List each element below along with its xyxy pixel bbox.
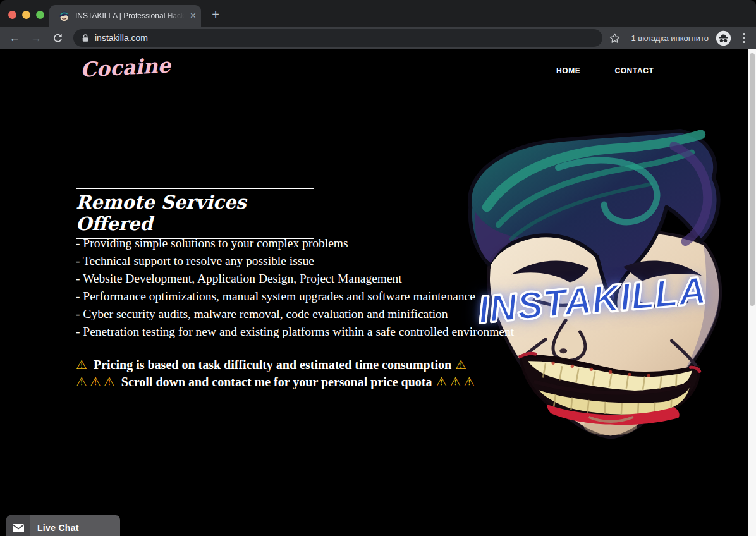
macos-traffic-lights <box>8 11 44 19</box>
page-title: Remote Services Offered <box>76 188 314 239</box>
service-item: - Performance optimizations, manual syst… <box>76 288 514 305</box>
reload-icon <box>52 32 63 44</box>
envelope-icon <box>6 515 30 536</box>
browser-window: INSTAKILLA | Professional Hacki × + ← → … <box>0 0 756 536</box>
tab-close-icon[interactable]: × <box>190 11 196 21</box>
top-navigation: HOME CONTACT <box>556 66 654 75</box>
macos-close-button[interactable] <box>8 11 16 19</box>
incognito-icon <box>716 30 731 46</box>
page-content: INSTAKILLA Cocaine HOME CONTACT Remote S… <box>0 49 756 536</box>
service-item: - Providing simple solutions to your com… <box>76 234 514 252</box>
pricing-warnings: ⚠Pricing is based on task difficulty and… <box>76 356 477 391</box>
warning-text: Pricing is based on task difficulty and … <box>94 358 451 372</box>
live-chat-label: Live Chat <box>37 515 79 536</box>
warning-line: ⚠⚠⚠Scroll down and contact me for your p… <box>76 374 477 391</box>
new-tab-button[interactable]: + <box>209 8 223 22</box>
warning-icon: ⚠ <box>455 357 469 372</box>
service-item: - Cyber security audits, malware removal… <box>76 305 514 323</box>
warning-text: Scroll down and contact me for your pers… <box>121 375 432 389</box>
address-bar[interactable]: instakilla.com <box>73 29 602 47</box>
menu-dots-icon[interactable] <box>738 33 750 44</box>
live-chat-button[interactable]: Live Chat <box>6 515 120 536</box>
forward-button[interactable]: → <box>28 32 44 45</box>
tab-title: INSTAKILLA | Professional Hacki <box>75 11 186 20</box>
service-item: - Technical support to resolve any possi… <box>76 252 514 270</box>
warning-icon: ⚠ <box>76 357 90 372</box>
browser-toolbar: ← → instakilla.com 1 вкладка инкогнито <box>0 27 756 49</box>
url-text: instakilla.com <box>95 33 148 43</box>
services-list: - Providing simple solutions to your com… <box>76 234 514 341</box>
back-button[interactable]: ← <box>6 32 23 45</box>
nav-item-contact[interactable]: CONTACT <box>614 66 654 75</box>
tab-strip: INSTAKILLA | Professional Hacki × + <box>0 0 756 27</box>
service-item: - Website Development, Application Desig… <box>76 270 514 288</box>
site-logo[interactable]: Cocaine <box>80 53 171 82</box>
scrollbar-thumb[interactable] <box>750 53 755 306</box>
reload-button[interactable] <box>49 32 66 44</box>
macos-fullscreen-button[interactable] <box>36 11 44 19</box>
warning-icon: ⚠⚠⚠ <box>76 374 118 389</box>
nav-item-home[interactable]: HOME <box>556 66 580 75</box>
tab-favicon-icon <box>59 11 70 21</box>
warning-icon: ⚠⚠⚠ <box>436 374 477 389</box>
lock-icon[interactable] <box>82 34 89 43</box>
page-scrollbar[interactable] <box>748 49 756 536</box>
macos-minimize-button[interactable] <box>22 11 30 19</box>
incognito-tab-count: 1 вкладка инкогнито <box>631 34 709 43</box>
service-item: - Penetration testing for new and existi… <box>76 323 514 341</box>
browser-tab[interactable]: INSTAKILLA | Professional Hacki × <box>49 5 201 27</box>
warning-line: ⚠Pricing is based on task difficulty and… <box>76 356 477 374</box>
bookmark-star-icon[interactable] <box>606 33 623 44</box>
